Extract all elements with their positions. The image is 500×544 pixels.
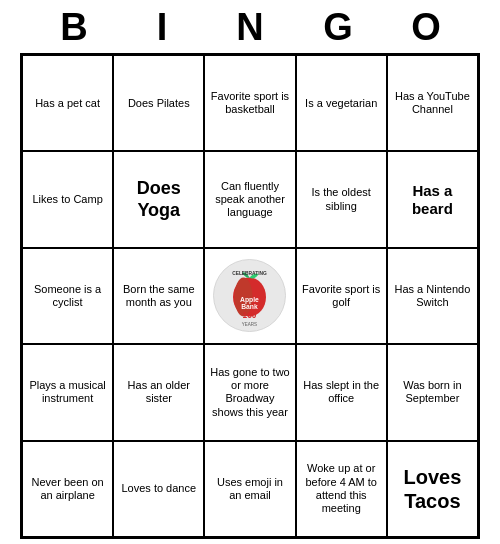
letter-g: G xyxy=(294,6,382,49)
bingo-title: B I N G O xyxy=(20,0,480,53)
cell-1[interactable]: Does Pilates xyxy=(113,55,204,151)
cell-2[interactable]: Favorite sport is basketball xyxy=(204,55,295,151)
letter-o: O xyxy=(382,6,470,49)
cell-9[interactable]: Has a beard xyxy=(387,151,478,247)
svg-text:Bank: Bank xyxy=(242,303,259,310)
cell-8[interactable]: Is the oldest sibling xyxy=(296,151,387,247)
cell-3[interactable]: Is a vegetarian xyxy=(296,55,387,151)
cell-22[interactable]: Uses emoji in an email xyxy=(204,441,295,537)
cell-24[interactable]: Loves Tacos xyxy=(387,441,478,537)
cell-5[interactable]: Likes to Camp xyxy=(22,151,113,247)
letter-i: I xyxy=(118,6,206,49)
cell-13[interactable]: Favorite sport is golf xyxy=(296,248,387,344)
cell-14[interactable]: Has a Nintendo Switch xyxy=(387,248,478,344)
cell-21[interactable]: Loves to dance xyxy=(113,441,204,537)
cell-23[interactable]: Woke up at or before 4 AM to attend this… xyxy=(296,441,387,537)
cell-17[interactable]: Has gone to two or more Broadway shows t… xyxy=(204,344,295,440)
cell-19[interactable]: Was born in September xyxy=(387,344,478,440)
cell-16[interactable]: Has an older sister xyxy=(113,344,204,440)
cell-10[interactable]: Someone is a cyclist xyxy=(22,248,113,344)
bingo-grid: Has a pet cat Does Pilates Favorite spor… xyxy=(20,53,480,539)
cell-15[interactable]: Plays a musical instrument xyxy=(22,344,113,440)
apple-bank-logo: CELEBRATING Apple Bank 160 YEARS xyxy=(212,258,287,333)
svg-text:YEARS: YEARS xyxy=(242,322,257,327)
cell-20[interactable]: Never been on an airplane xyxy=(22,441,113,537)
cell-18[interactable]: Has slept in the office xyxy=(296,344,387,440)
cell-4[interactable]: Has a YouTube Channel xyxy=(387,55,478,151)
cell-center: CELEBRATING Apple Bank 160 YEARS xyxy=(204,248,295,344)
cell-7[interactable]: Can fluently speak another language xyxy=(204,151,295,247)
svg-text:160: 160 xyxy=(243,311,257,320)
letter-b: B xyxy=(30,6,118,49)
cell-6[interactable]: Does Yoga xyxy=(113,151,204,247)
cell-0[interactable]: Has a pet cat xyxy=(22,55,113,151)
letter-n: N xyxy=(206,6,294,49)
cell-11[interactable]: Born the same month as you xyxy=(113,248,204,344)
svg-text:CELEBRATING: CELEBRATING xyxy=(233,271,268,276)
